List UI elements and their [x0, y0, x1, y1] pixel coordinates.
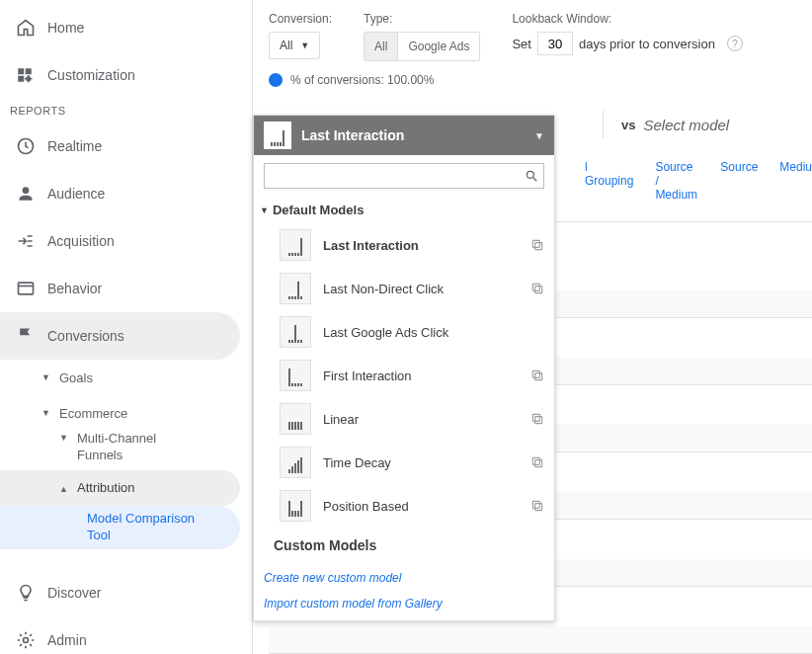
default-models-header[interactable]: ▼ Default Models: [254, 197, 554, 223]
type-segmented: All Google Ads: [364, 32, 480, 61]
pct-conversions-text: % of conversions: 100.00%: [290, 73, 434, 87]
svg-rect-1: [26, 68, 32, 74]
model-icon: [280, 273, 311, 304]
home-icon: [16, 18, 47, 38]
conversion-filter: Conversion: All ▼: [269, 12, 332, 61]
svg-rect-15: [535, 286, 542, 293]
lookback-suffix: days prior to conversion: [579, 37, 715, 51]
copy-icon[interactable]: [530, 282, 544, 295]
model-linear[interactable]: Linear: [254, 397, 554, 441]
type-all-button[interactable]: All: [365, 33, 398, 60]
lookback-filter: Lookback Window: Set days prior to conve…: [512, 12, 743, 61]
gear-icon: [16, 630, 47, 650]
model-time-decay[interactable]: Time Decay: [254, 441, 554, 484]
create-custom-model-link[interactable]: Create new custom model: [264, 565, 544, 591]
model-label: Position Based: [323, 499, 519, 514]
nav-acquisition[interactable]: Acquisition: [0, 217, 252, 265]
behavior-icon: [16, 279, 47, 298]
nav-conversions[interactable]: Conversions: [0, 312, 240, 360]
nav-customization[interactable]: Customization: [0, 51, 252, 99]
svg-rect-21: [535, 460, 542, 467]
conversion-dot-icon: [269, 73, 283, 87]
sub-label: Model Comparison Tool: [87, 511, 205, 544]
tab-channel-grouping[interactable]: l Grouping: [585, 160, 633, 202]
model-icon: [280, 447, 311, 478]
caret-up-icon: ▲: [59, 484, 77, 494]
copy-icon[interactable]: [530, 238, 544, 252]
nav-admin[interactable]: Admin: [0, 616, 252, 654]
svg-rect-8: [19, 283, 34, 294]
tab-medium[interactable]: Mediu: [779, 160, 812, 202]
vs-label: vs: [613, 118, 643, 132]
conversion-dropdown[interactable]: All ▼: [269, 32, 320, 59]
model-label: Linear: [323, 412, 519, 427]
nav-audience[interactable]: Audience: [0, 170, 252, 217]
svg-rect-19: [535, 417, 542, 424]
dropdown-header[interactable]: Last Interaction ▼: [254, 116, 554, 155]
model-label: Last Interaction: [323, 238, 519, 253]
model-icon: [280, 316, 311, 348]
model-icon: [280, 403, 311, 435]
flag-icon: [16, 326, 47, 346]
copy-icon[interactable]: [530, 368, 544, 382]
import-custom-model-link[interactable]: Import custom model from Gallery: [264, 591, 544, 616]
sub-ecommerce[interactable]: ▼ Ecommerce: [0, 395, 252, 431]
svg-line-12: [533, 178, 537, 182]
acquisition-icon: [16, 231, 47, 251]
nav-model-comparison-tool[interactable]: Model Comparison Tool: [0, 506, 240, 549]
sub-goals[interactable]: ▼ Goals: [0, 360, 252, 395]
model-icon: [280, 360, 311, 391]
sub-label: Goals: [59, 370, 93, 385]
svg-rect-14: [532, 240, 539, 247]
model-last-non-direct[interactable]: Last Non-Direct Click: [254, 267, 554, 310]
model-position-based[interactable]: Position Based: [254, 484, 554, 528]
dropdown-title: Last Interaction: [301, 127, 525, 143]
divider: [603, 111, 604, 138]
model-last-google-ads[interactable]: Last Google Ads Click: [254, 310, 554, 354]
model-icon: [280, 490, 311, 522]
nav-behavior[interactable]: Behavior: [0, 265, 252, 312]
tab-source[interactable]: Source: [720, 160, 758, 202]
search-icon[interactable]: [520, 169, 543, 183]
caret-icon: ▼: [41, 408, 59, 418]
caret-icon: ▼: [41, 372, 59, 382]
model-icon: [264, 122, 291, 149]
sub-attribution[interactable]: ▲ Attribution: [0, 470, 240, 506]
svg-rect-13: [535, 243, 542, 250]
lookback-prefix: Set: [512, 37, 531, 51]
copy-icon[interactable]: [530, 412, 544, 426]
type-googleads-button[interactable]: Google Ads: [398, 33, 479, 60]
nav-label: Customization: [47, 67, 135, 83]
svg-rect-16: [532, 284, 539, 290]
nav-label: Conversions: [47, 328, 124, 344]
svg-rect-2: [18, 76, 24, 82]
model-label: First Interaction: [323, 368, 519, 383]
copy-icon[interactable]: [530, 455, 544, 469]
search-input[interactable]: [265, 169, 520, 183]
conversion-value: All: [280, 39, 292, 52]
nav-label: Audience: [47, 186, 105, 202]
svg-rect-24: [532, 501, 539, 508]
sub-multichannel[interactable]: ▼ Multi-Channel Funnels: [0, 431, 252, 470]
nav-label: Behavior: [47, 281, 102, 296]
model-icon: [280, 229, 311, 261]
svg-rect-18: [532, 370, 539, 377]
model-last-interaction[interactable]: Last Interaction: [254, 223, 554, 267]
nav-discover[interactable]: Discover: [0, 569, 252, 616]
custom-models-header: Custom Models: [254, 528, 554, 561]
nav-realtime[interactable]: Realtime: [0, 123, 252, 170]
svg-point-11: [527, 171, 533, 178]
help-icon[interactable]: ?: [727, 36, 743, 51]
tab-source-medium[interactable]: Source / Medium: [655, 160, 698, 202]
select-model-button[interactable]: Select model: [643, 117, 729, 133]
svg-rect-22: [532, 457, 539, 464]
caret-down-icon: ▼: [260, 205, 269, 215]
nav-home[interactable]: Home: [0, 4, 252, 51]
model-first-interaction[interactable]: First Interaction: [254, 354, 554, 397]
chevron-down-icon: ▼: [300, 41, 309, 50]
copy-icon[interactable]: [530, 499, 544, 513]
conversion-label: Conversion:: [269, 12, 332, 26]
nav-label: Admin: [47, 632, 87, 648]
model-label: Last Google Ads Click: [323, 325, 544, 340]
lookback-input[interactable]: [537, 32, 573, 55]
